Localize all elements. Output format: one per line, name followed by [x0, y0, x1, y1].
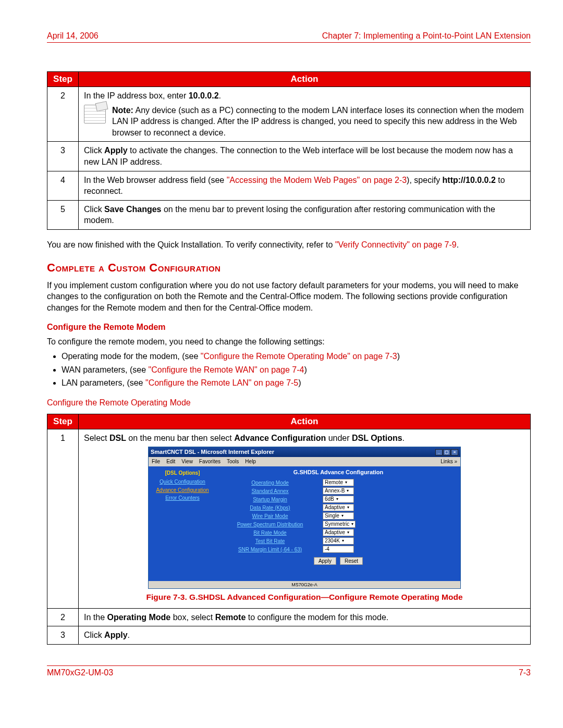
text: Click: [84, 146, 104, 155]
field-label[interactable]: Standard Annex: [221, 488, 320, 495]
text: Click: [84, 205, 104, 214]
paragraph: If you implement custom configuration wh…: [47, 280, 531, 314]
text: ): [304, 365, 307, 374]
button-row: Apply Reset: [221, 557, 456, 565]
links-bar[interactable]: Links »: [440, 458, 457, 465]
field-label[interactable]: Test Bit Rate: [221, 538, 320, 545]
footer-pagenum: 7-3: [519, 668, 531, 677]
reset-button[interactable]: Reset: [340, 557, 363, 565]
text: ): [397, 352, 400, 361]
status-bar: MS70G2e-A: [149, 581, 460, 588]
table-row: 5 Click Save Changes on the menu bar to …: [47, 200, 531, 229]
action-cell: In the Web browser address field (see "A…: [79, 171, 531, 200]
apply-button[interactable]: Apply: [314, 557, 336, 565]
steps-table-1: Step Action 2 In the IP address box, ent…: [47, 71, 531, 230]
field-label[interactable]: Data Rate (Kbps): [221, 504, 320, 512]
col-step: Step: [47, 72, 79, 87]
menu-file[interactable]: File: [152, 458, 160, 465]
col-step: Step: [47, 414, 79, 429]
bold: Apply: [104, 631, 127, 639]
step-cell: 2: [47, 608, 79, 626]
cross-ref-link[interactable]: "Configure the Remote Operating Mode" on…: [201, 352, 397, 361]
maximize-icon[interactable]: ▢: [443, 449, 450, 455]
text: .: [402, 434, 405, 442]
data-rate-select[interactable]: Adaptive: [323, 504, 354, 511]
step-cell: 1: [47, 429, 79, 608]
sidebar-link-advance[interactable]: Advance Configuration: [152, 487, 213, 494]
browser-window: SmartCNCT DSL - Microsoft Internet Explo…: [148, 447, 461, 588]
text: .: [457, 240, 459, 249]
table-row: 4 In the Web browser address field (see …: [47, 171, 531, 200]
sidebar-category: [DSL Options]: [152, 470, 213, 477]
table-row: 3 Click Apply.: [47, 626, 531, 645]
standard-annex-select[interactable]: Annex-B: [323, 487, 354, 495]
minimize-icon[interactable]: _: [435, 449, 443, 455]
window-title: SmartCNCT DSL - Microsoft Internet Explo…: [151, 448, 274, 456]
menu-view[interactable]: View: [181, 458, 193, 465]
field-label[interactable]: Startup Margin: [221, 496, 320, 503]
menu-edit[interactable]: Edit: [166, 458, 175, 465]
col-action: Action: [79, 72, 531, 87]
field-label[interactable]: Power Spectrum Distribution: [221, 521, 320, 528]
cross-ref-link[interactable]: "Accessing the Modem Web Pages" on page …: [227, 176, 407, 184]
cross-ref-link[interactable]: "Verify Connectivity" on page 7-9: [335, 240, 457, 249]
psd-select[interactable]: Symmetric: [323, 521, 356, 528]
text: to configure the modem for this mode.: [246, 613, 388, 622]
window-buttons: _ ▢ ×: [435, 449, 458, 455]
bold: DSL: [109, 434, 126, 442]
text: In the: [84, 613, 107, 622]
note-body: Any device (such as a PC) connecting to …: [112, 106, 524, 137]
list-item: LAN parameters, (see "Configure the Remo…: [62, 377, 531, 389]
text: on the menu bar then select: [126, 434, 234, 442]
action-cell: Select DSL on the menu bar then select A…: [79, 429, 531, 608]
action-cell: In the IP address box, enter 10.0.0.2. N…: [79, 87, 531, 142]
list-item: WAN parameters, (see "Configure the Remo…: [62, 364, 531, 376]
menu-help[interactable]: Help: [245, 458, 256, 465]
field-label[interactable]: Wire Pair Mode: [221, 513, 320, 520]
page: April 14, 2006 Chapter 7: Implementing a…: [0, 0, 563, 698]
table-row: 2 In the IP address box, enter 10.0.0.2.…: [47, 87, 531, 142]
bold: Operating Mode: [107, 613, 170, 622]
bit-rate-mode-select[interactable]: Adaptive: [323, 529, 354, 536]
text: Click: [84, 631, 104, 639]
field-label[interactable]: Operating Mode: [221, 479, 320, 487]
text: under: [326, 434, 352, 442]
wire-pair-select[interactable]: Single: [323, 512, 354, 520]
action-cell: Click Apply.: [79, 626, 531, 645]
text: ): [298, 378, 301, 387]
steps-table-2: Step Action 1 Select DSL on the menu bar…: [47, 414, 531, 645]
bullet-list: Operating mode for the modem, (see "Conf…: [62, 351, 531, 389]
text: .: [219, 91, 221, 100]
startup-margin-select[interactable]: 6dB: [323, 496, 354, 503]
snr-margin-input[interactable]: -4: [323, 546, 354, 553]
test-bit-rate-select[interactable]: 2304K: [323, 537, 354, 545]
cross-ref-link[interactable]: "Configure the Remote LAN" on page 7-5: [145, 378, 298, 387]
text: to activate the changes. The connection …: [84, 146, 513, 166]
step-cell: 3: [47, 626, 79, 645]
table-row: 3 Click Apply to activate the changes. T…: [47, 142, 531, 171]
operating-mode-select[interactable]: Remote: [323, 479, 354, 486]
text: box, select: [170, 613, 215, 622]
text: LAN parameters, (see: [62, 378, 145, 387]
list-item: Operating mode for the modem, (see "Conf…: [62, 351, 531, 362]
sidebar-link-errors[interactable]: Error Counters: [152, 495, 213, 502]
table-row: 1 Select DSL on the menu bar then select…: [47, 429, 531, 608]
field-label[interactable]: Bit Rate Mode: [221, 529, 320, 537]
screenshot-wrap: SmartCNCT DSL - Microsoft Internet Explo…: [84, 443, 525, 604]
figure-caption: Figure 7-3. G.SHDSL Advanced Configurati…: [84, 592, 525, 603]
cross-ref-link[interactable]: "Configure the Remote WAN" on page 7-4: [149, 365, 304, 374]
note-icon: [84, 105, 106, 124]
bold: Save Changes: [104, 205, 161, 214]
table-row: 2 In the Operating Mode box, select Remo…: [47, 608, 531, 626]
menu-favorites[interactable]: Favorites: [199, 458, 221, 465]
text: You are now finished with the Quick Inst…: [47, 240, 335, 249]
subsection-heading: Configure the Remote Modem: [47, 323, 531, 332]
browser-menubar: File Edit View Favorites Tools Help Link…: [149, 457, 460, 466]
step-cell: 5: [47, 200, 79, 229]
sidebar-link-quick[interactable]: Quick Configuration: [152, 478, 213, 486]
menu-tools[interactable]: Tools: [227, 458, 239, 465]
text: ), specify: [407, 176, 442, 184]
field-label[interactable]: SNR Margin Limit (-64 - 63): [221, 546, 320, 553]
close-icon[interactable]: ×: [451, 449, 458, 455]
step-cell: 4: [47, 171, 79, 200]
